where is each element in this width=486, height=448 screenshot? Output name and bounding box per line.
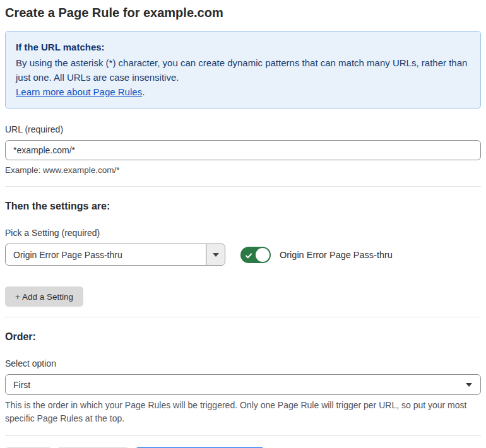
url-input[interactable] [5,140,481,160]
order-select-value: First [6,380,480,390]
url-field-label: URL (required) [5,124,481,135]
settings-section-heading: Then the settings are: [5,200,481,213]
setting-toggle-group: Origin Error Page Pass-thru [240,247,393,263]
create-page-rule-form: Create a Page Rule for example.com If th… [0,0,486,448]
info-box-link-line: Learn more about Page Rules. [16,85,470,99]
learn-more-link[interactable]: Learn more about Page Rules [16,86,142,97]
chevron-down-icon [466,383,472,387]
page-title: Create a Page Rule for example.com [5,4,481,21]
divider [5,186,481,187]
setting-toggle[interactable] [240,247,271,263]
divider [5,435,481,436]
toggle-knob [256,248,270,262]
url-helper-text: Example: www.example.com/* [5,165,481,176]
setting-select-arrow-button[interactable] [206,244,225,265]
setting-row: Origin Error Page Pass-thru Origin Error… [5,244,481,266]
url-match-info-box: If the URL matches: By using the asteris… [5,31,481,109]
setting-toggle-label: Origin Error Page Pass-thru [280,250,393,260]
order-helper-text: This is the order in which your Page Rul… [5,399,481,425]
setting-select-value: Origin Error Page Pass-thru [6,250,206,260]
info-box-body: By using the asterisk (*) character, you… [16,56,470,85]
check-icon [245,251,252,262]
order-section-heading: Order: [5,331,481,343]
setting-select[interactable]: Origin Error Page Pass-thru [5,244,225,266]
pick-setting-label: Pick a Setting (required) [5,227,481,239]
order-select-label: Select option [5,358,481,369]
info-box-heading: If the URL matches: [16,40,470,54]
divider [5,317,481,317]
order-select[interactable]: First [5,374,481,395]
add-setting-button[interactable]: + Add a Setting [5,286,83,307]
link-suffix: . [142,86,145,97]
chevron-down-icon [213,253,219,257]
